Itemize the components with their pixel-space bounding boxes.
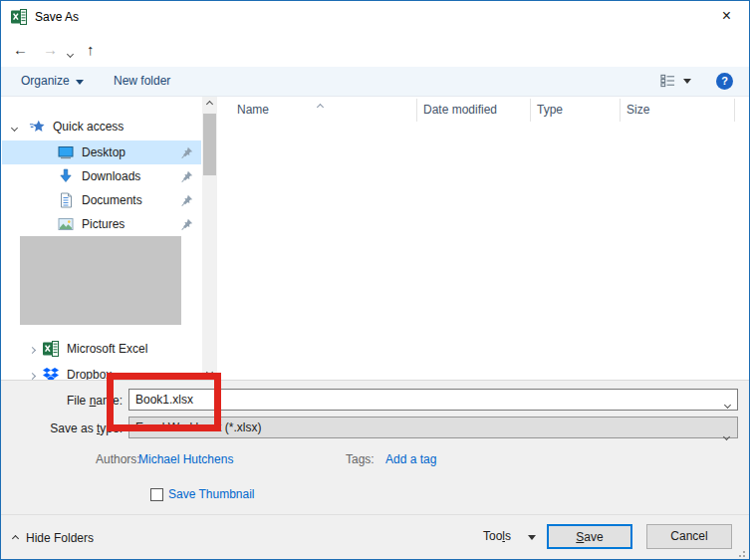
excel-icon (43, 341, 59, 357)
sort-ascending-icon (318, 99, 323, 113)
column-header-date-modified[interactable]: Date modified (423, 97, 497, 124)
recent-locations-dropdown[interactable] (68, 46, 73, 60)
pin-icon (181, 146, 193, 158)
title-bar: Save As × (1, 1, 749, 33)
sidebar-item-documents[interactable]: Documents (2, 188, 201, 212)
change-view-button[interactable] (660, 74, 691, 88)
excel-app-icon (11, 9, 27, 25)
authors-value-link[interactable]: Michael Hutchens (138, 452, 233, 466)
add-tag-link[interactable]: Add a tag (385, 452, 436, 466)
resize-grip[interactable] (735, 547, 745, 557)
pin-icon (181, 194, 193, 206)
sidebar-item-downloads[interactable]: Downloads (2, 164, 201, 188)
navigation-bar: ← → ↑ This PC Desktop (1, 33, 749, 67)
save-as-type-dropdown-icon (724, 425, 729, 445)
sidebar-item-desktop[interactable]: Desktop (2, 140, 201, 164)
cancel-button[interactable]: Cancel (646, 524, 732, 549)
sidebar-item-quick-access[interactable]: Quick access (2, 115, 201, 139)
window-title: Save As (35, 1, 79, 33)
expand-icon[interactable] (30, 368, 35, 380)
save-as-dialog: Save As × ← → ↑ This PC Desktop (0, 0, 750, 560)
scroll-down-icon[interactable] (202, 365, 217, 380)
collapse-icon (12, 534, 19, 541)
scroll-up-icon[interactable] (202, 97, 217, 112)
file-name-field-wrap (128, 389, 738, 411)
document-icon (58, 192, 74, 208)
organize-button[interactable]: Organize (21, 67, 84, 96)
tools-dropdown-icon (528, 535, 536, 540)
pin-icon (181, 170, 193, 182)
metadata-row: Authors: Michael Hutchens Tags: Add a ta… (1, 452, 749, 468)
file-list-header: Name Date modified Type Size (217, 97, 749, 124)
monitor-icon (58, 144, 74, 160)
file-name-dropdown-icon[interactable] (725, 397, 730, 411)
up-button[interactable]: ↑ (87, 39, 95, 61)
quick-access-star-icon (29, 119, 45, 135)
file-name-label: File name: (1, 390, 123, 412)
sidebar-item-dropbox[interactable]: Dropbox (2, 363, 201, 380)
file-name-input[interactable] (128, 389, 738, 411)
pin-icon (181, 218, 193, 230)
authors-label: Authors: (96, 452, 140, 466)
column-header-type[interactable]: Type (537, 97, 563, 124)
save-as-type-label: Save as type: (1, 418, 123, 439)
forward-button[interactable]: → (43, 39, 58, 61)
sidebar-scrollbar[interactable] (202, 97, 217, 380)
preview-thumbnail (20, 236, 181, 325)
save-thumbnail-label: Save Thumbnail (168, 487, 255, 501)
save-button[interactable]: Save (547, 524, 632, 549)
hide-folders-button[interactable]: Hide Folders (13, 531, 94, 545)
close-button[interactable]: × (704, 1, 749, 33)
expand-collapse-icon[interactable] (12, 120, 17, 134)
scrollbar-thumb[interactable] (203, 114, 216, 175)
dialog-footer: Hide Folders Tools Save Cancel (1, 514, 749, 560)
details-view-icon (660, 74, 675, 88)
tags-label: Tags: (346, 452, 375, 466)
sidebar-item-microsoft-excel[interactable]: Microsoft Excel (2, 337, 201, 361)
sidebar-item-pictures[interactable]: Pictures (2, 212, 201, 236)
dropbox-icon (43, 367, 59, 380)
expand-icon[interactable] (30, 342, 35, 356)
command-bar: Organize New folder ? (1, 67, 749, 97)
new-folder-button[interactable]: New folder (114, 67, 170, 96)
save-thumbnail-option: Save Thumbnail (150, 487, 255, 501)
download-icon (58, 168, 74, 184)
column-header-size[interactable]: Size (626, 97, 649, 124)
save-thumbnail-checkbox[interactable] (150, 488, 163, 501)
navigation-pane: Quick access Desktop Downloads (2, 97, 201, 380)
help-button[interactable]: ? (716, 73, 733, 90)
main-area: Quick access Desktop Downloads (1, 97, 749, 380)
save-form: File name: Save as type: Excel Workbook … (1, 380, 749, 514)
pictures-icon (58, 216, 74, 232)
save-as-type-select[interactable]: Excel Workbook (*.xlsx) (128, 417, 738, 438)
column-header-name[interactable]: Name (237, 97, 269, 124)
organize-dropdown-icon (76, 80, 84, 85)
back-button[interactable]: ← (13, 39, 28, 61)
view-dropdown-icon (683, 79, 691, 84)
tools-button[interactable]: Tools (483, 529, 536, 543)
